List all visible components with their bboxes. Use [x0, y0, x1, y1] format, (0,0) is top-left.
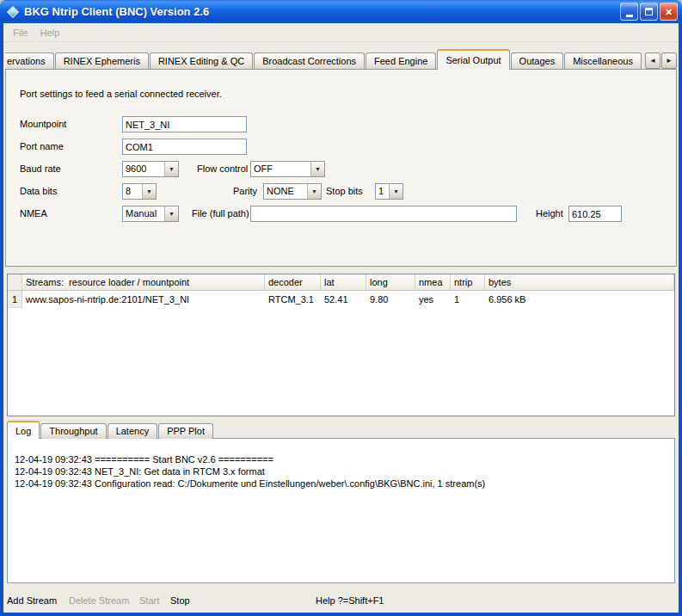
parity-value: NONE — [264, 184, 307, 199]
flow-control-select[interactable]: OFF ▼ — [250, 161, 325, 177]
help-hint: Help ?=Shift+F1 — [316, 595, 384, 606]
data-bits-dropdown-button[interactable]: ▼ — [142, 184, 156, 199]
chevron-down-icon: ▼ — [393, 188, 399, 194]
streams-table: Streams: resource loader / mountpoint de… — [7, 274, 675, 416]
row-number[interactable]: 1 — [8, 291, 22, 308]
footer: Add Stream Delete Stream Start Stop Help… — [7, 589, 675, 613]
log-panel[interactable]: 12-04-19 09:32:43 ========== Start BNC v… — [7, 438, 675, 583]
mountpoint-input[interactable] — [122, 116, 247, 132]
tab-ppp-plot[interactable]: PPP Plot — [158, 423, 213, 439]
close-button[interactable]: × — [660, 3, 678, 21]
chevron-down-icon: ▼ — [146, 188, 152, 194]
height-label: Height — [536, 208, 563, 219]
tab-miscellaneous[interactable]: Miscellaneous — [564, 52, 642, 70]
column-header-nmea[interactable]: nmea — [415, 274, 451, 291]
data-bits-value: 8 — [123, 184, 142, 199]
tab-throughput[interactable]: Throughput — [40, 423, 106, 439]
mountpoint-label: Mountpoint — [20, 119, 66, 129]
baud-rate-label: Baud rate — [20, 163, 61, 174]
menu-file[interactable]: File — [7, 25, 34, 40]
table-row[interactable]: 1 www.sapos-ni-ntrip.de:2101/NET_3_NI RT… — [8, 291, 674, 308]
tab-latency[interactable]: Latency — [108, 423, 158, 439]
file-path-label: File (full path) — [192, 208, 249, 219]
column-header-mountpoint[interactable]: Streams: resource loader / mountpoint — [22, 274, 265, 291]
chevron-down-icon: ▼ — [169, 166, 175, 172]
cell-ntrip: 1 — [451, 291, 485, 308]
flow-control-label: Flow control — [197, 163, 248, 174]
title-bar[interactable]: BKG Ntrip Client (BNC) Version 2.6 × — [0, 0, 682, 23]
arrow-left-icon: ◄ — [649, 57, 656, 65]
chevron-down-icon: ▼ — [315, 166, 321, 172]
tab-scroll-buttons: ◄ ► — [644, 52, 677, 69]
chevron-down-icon: ▼ — [311, 188, 317, 194]
app-icon[interactable] — [5, 4, 20, 19]
cell-long: 9.80 — [366, 291, 415, 308]
delete-stream-button: Delete Stream — [69, 595, 129, 606]
tab-feed-engine[interactable]: Feed Engine — [366, 52, 436, 70]
baud-rate-select[interactable]: 9600 ▼ — [122, 161, 179, 177]
main-tab-bar: ervations RINEX Ephemeris RINEX Editing … — [5, 49, 677, 70]
bnc-window: BKG Ntrip Client (BNC) Version 2.6 × Fil… — [0, 0, 682, 616]
column-header-bytes[interactable]: bytes — [485, 274, 674, 291]
log-line: 12-04-19 09:32:43 ========== Start BNC v… — [15, 453, 669, 465]
stop-button[interactable]: Stop — [170, 595, 190, 606]
tab-rinex-editing-qc[interactable]: RINEX Editing & QC — [150, 52, 253, 70]
tab-log[interactable]: Log — [7, 421, 40, 439]
data-bits-label: Data bits — [20, 186, 57, 196]
tab-scroll-right-button[interactable]: ► — [661, 52, 677, 69]
window-body: File Help ervations RINEX Ephemeris RINE… — [3, 23, 679, 613]
column-header-lat[interactable]: lat — [321, 274, 366, 291]
bnc-logo-icon — [6, 5, 18, 17]
tab-broadcast-corrections[interactable]: Broadcast Corrections — [254, 52, 365, 70]
file-path-input[interactable] — [250, 206, 517, 222]
nmea-select[interactable]: Manual ▼ — [122, 206, 179, 222]
log-line: 12-04-19 09:32:43 Configuration read: C:… — [15, 477, 669, 490]
cell-nmea: yes — [415, 291, 451, 308]
height-input[interactable] — [568, 206, 622, 222]
page-description: Port settings to feed a serial connected… — [20, 89, 222, 99]
tab-outages[interactable]: Outages — [511, 52, 564, 70]
menu-help[interactable]: Help — [34, 25, 66, 40]
minimize-icon — [626, 15, 633, 17]
nmea-label: NMEA — [20, 208, 47, 219]
menu-bar: File Help — [3, 23, 679, 42]
baud-rate-dropdown-button[interactable]: ▼ — [164, 162, 178, 176]
log-line: 12-04-19 09:32:43 NET_3_NI: Get data in … — [15, 465, 669, 477]
column-header-decoder[interactable]: decoder — [265, 274, 321, 291]
data-bits-select[interactable]: 8 ▼ — [122, 183, 157, 200]
nmea-value: Manual — [123, 206, 164, 221]
stop-bits-dropdown-button[interactable]: ▼ — [389, 184, 402, 199]
column-header-ntrip[interactable]: ntrip — [451, 274, 485, 291]
add-stream-button[interactable]: Add Stream — [7, 595, 57, 606]
tab-scroll-left-button[interactable]: ◄ — [645, 52, 660, 69]
parity-dropdown-button[interactable]: ▼ — [307, 184, 321, 199]
parity-select[interactable]: NONE ▼ — [263, 183, 322, 200]
stop-bits-select[interactable]: 1 ▼ — [375, 183, 403, 200]
stop-bits-label: Stop bits — [326, 186, 363, 196]
tab-observations[interactable]: ervations — [5, 52, 54, 70]
baud-rate-value: 9600 — [123, 162, 164, 176]
arrow-right-icon: ► — [666, 57, 673, 65]
start-button: Start — [139, 595, 159, 606]
cell-mountpoint: www.sapos-ni-ntrip.de:2101/NET_3_NI — [22, 291, 265, 308]
maximize-icon — [645, 8, 653, 15]
column-header-long[interactable]: long — [366, 274, 415, 291]
nmea-dropdown-button[interactable]: ▼ — [164, 206, 178, 221]
cell-decoder: RTCM_3.1 — [265, 291, 321, 308]
port-name-input[interactable] — [122, 139, 247, 155]
cell-lat: 52.41 — [321, 291, 366, 308]
port-name-label: Port name — [20, 141, 64, 151]
chevron-down-icon: ▼ — [169, 211, 175, 217]
minimize-button[interactable] — [620, 3, 638, 21]
tab-rinex-ephemeris[interactable]: RINEX Ephemeris — [55, 52, 149, 70]
tab-serial-output[interactable]: Serial Output — [437, 49, 509, 70]
close-icon: × — [665, 6, 672, 18]
streams-table-header: Streams: resource loader / mountpoint de… — [8, 274, 674, 291]
maximize-button[interactable] — [640, 3, 658, 21]
cell-bytes: 6.956 kB — [485, 291, 674, 308]
serial-output-page: Port settings to feed a serial connected… — [5, 69, 677, 267]
bottom-tab-bar: Log Throughput Latency PPP Plot — [7, 421, 214, 439]
flow-control-value: OFF — [251, 162, 310, 176]
stop-bits-value: 1 — [376, 184, 389, 199]
flow-control-dropdown-button[interactable]: ▼ — [310, 162, 324, 176]
